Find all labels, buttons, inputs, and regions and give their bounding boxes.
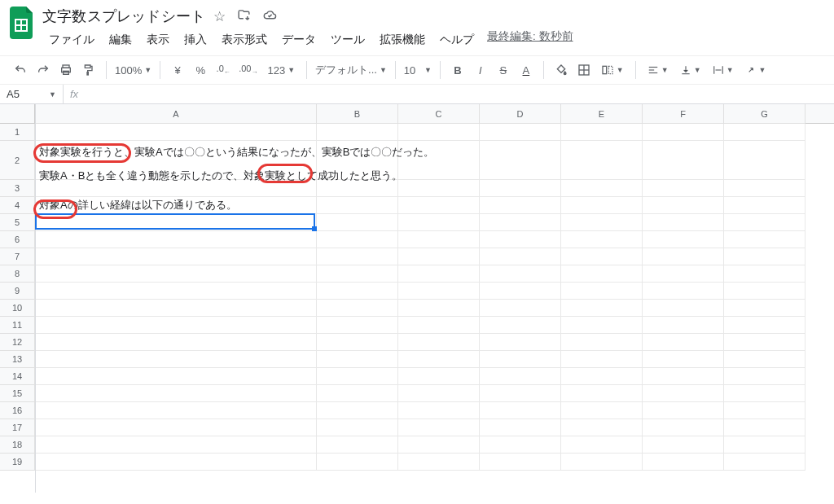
sheets-app-icon[interactable] [7, 7, 39, 39]
row-header-9[interactable]: 9 [0, 283, 35, 300]
cell-D12[interactable] [480, 334, 561, 351]
cell-E1[interactable] [561, 124, 643, 141]
cell-E6[interactable] [561, 231, 643, 248]
cell-G18[interactable] [724, 436, 805, 454]
cell-G15[interactable] [724, 385, 805, 402]
cell-E11[interactable] [561, 317, 643, 334]
horizontal-align-button[interactable]: ▼ [643, 59, 674, 81]
move-icon[interactable] [237, 8, 251, 25]
row-header-1[interactable]: 1 [0, 124, 35, 141]
cell-F16[interactable] [643, 402, 724, 419]
doc-title[interactable]: 文字数スプレッドシート [42, 7, 205, 26]
font-dropdown[interactable]: デフォルト...▼ [310, 59, 392, 81]
cell-G10[interactable] [724, 300, 805, 317]
cell-B4[interactable] [317, 197, 398, 214]
cell-F10[interactable] [643, 300, 724, 317]
cell-grid[interactable]: 対象実験を行うと、実験Aでは〇〇という結果になったが、実験Bでは〇〇だった。実験… [36, 124, 834, 471]
cell-C1[interactable] [398, 124, 480, 141]
cell-F18[interactable] [643, 436, 724, 454]
cell-A4[interactable]: 対象Aの詳しい経緯は以下の通りである。 [36, 197, 317, 214]
cell-E12[interactable] [561, 334, 643, 351]
cell-E8[interactable] [561, 265, 643, 283]
text-rotation-button[interactable]: ▼ [740, 59, 771, 81]
cell-B9[interactable] [317, 283, 398, 300]
font-size-dropdown[interactable]: 10▼ [399, 59, 437, 81]
col-header-C[interactable]: C [398, 104, 480, 124]
row-header-15[interactable]: 15 [0, 385, 35, 402]
cell-B8[interactable] [317, 265, 398, 283]
cell-A5[interactable] [36, 214, 317, 231]
cell-D5[interactable] [480, 214, 561, 231]
cell-A11[interactable] [36, 317, 317, 334]
cell-E13[interactable] [561, 351, 643, 368]
cell-D2[interactable] [480, 141, 561, 180]
vertical-align-button[interactable]: ▼ [675, 59, 706, 81]
cell-A6[interactable] [36, 231, 317, 248]
cell-D13[interactable] [480, 351, 561, 368]
cell-C6[interactable] [398, 231, 480, 248]
cell-E9[interactable] [561, 283, 643, 300]
cell-F9[interactable] [643, 283, 724, 300]
bold-button[interactable]: B [447, 59, 468, 81]
cell-B5[interactable] [317, 214, 398, 231]
row-header-17[interactable]: 17 [0, 419, 35, 436]
cell-G1[interactable] [724, 124, 805, 141]
cell-F11[interactable] [643, 317, 724, 334]
cell-A17[interactable] [36, 419, 317, 436]
cell-D1[interactable] [480, 124, 561, 141]
cell-F3[interactable] [643, 180, 724, 197]
last-edit-link[interactable]: 最終編集: 数秒前 [487, 29, 573, 50]
select-all-corner[interactable] [0, 104, 35, 124]
row-header-3[interactable]: 3 [0, 180, 35, 197]
cell-C16[interactable] [398, 402, 480, 419]
cell-C19[interactable] [398, 454, 480, 471]
cell-F2[interactable] [643, 141, 724, 180]
cell-D17[interactable] [480, 419, 561, 436]
menu-view[interactable]: 表示 [140, 29, 176, 50]
cell-D9[interactable] [480, 283, 561, 300]
cell-F12[interactable] [643, 334, 724, 351]
cell-G12[interactable] [724, 334, 805, 351]
cell-G19[interactable] [724, 454, 805, 471]
cell-D18[interactable] [480, 436, 561, 454]
borders-button[interactable] [573, 59, 595, 81]
cell-C18[interactable] [398, 436, 480, 454]
formula-bar-input[interactable] [85, 85, 834, 103]
increase-decimal-button[interactable]: .00→ [235, 59, 261, 81]
cell-D16[interactable] [480, 402, 561, 419]
cell-B15[interactable] [317, 385, 398, 402]
menu-format[interactable]: 表示形式 [215, 29, 274, 50]
cell-F8[interactable] [643, 265, 724, 283]
row-header-13[interactable]: 13 [0, 351, 35, 368]
merge-cells-button[interactable]: ▼ [596, 59, 629, 81]
cell-G13[interactable] [724, 351, 805, 368]
cell-A18[interactable] [36, 436, 317, 454]
name-box[interactable]: A5▼ [0, 85, 64, 103]
cell-G9[interactable] [724, 283, 805, 300]
strikethrough-button[interactable]: S [493, 59, 514, 81]
cell-A7[interactable] [36, 248, 317, 265]
cell-F14[interactable] [643, 368, 724, 385]
row-header-5[interactable]: 5 [0, 214, 35, 231]
currency-button[interactable]: ¥ [167, 59, 188, 81]
col-header-B[interactable]: B [317, 104, 398, 124]
cell-D7[interactable] [480, 248, 561, 265]
cell-G6[interactable] [724, 231, 805, 248]
cell-C8[interactable] [398, 265, 480, 283]
cell-C11[interactable] [398, 317, 480, 334]
col-header-D[interactable]: D [480, 104, 561, 124]
cell-A14[interactable] [36, 368, 317, 385]
cell-D14[interactable] [480, 368, 561, 385]
cell-F4[interactable] [643, 197, 724, 214]
cell-E15[interactable] [561, 385, 643, 402]
cell-A15[interactable] [36, 385, 317, 402]
paint-format-button[interactable] [78, 59, 99, 81]
cell-F13[interactable] [643, 351, 724, 368]
cell-A12[interactable] [36, 334, 317, 351]
menu-tools[interactable]: ツール [324, 29, 371, 50]
zoom-dropdown[interactable]: 100%▼ [110, 59, 156, 81]
row-header-16[interactable]: 16 [0, 402, 35, 419]
cell-G11[interactable] [724, 317, 805, 334]
cell-C10[interactable] [398, 300, 480, 317]
cell-B14[interactable] [317, 368, 398, 385]
